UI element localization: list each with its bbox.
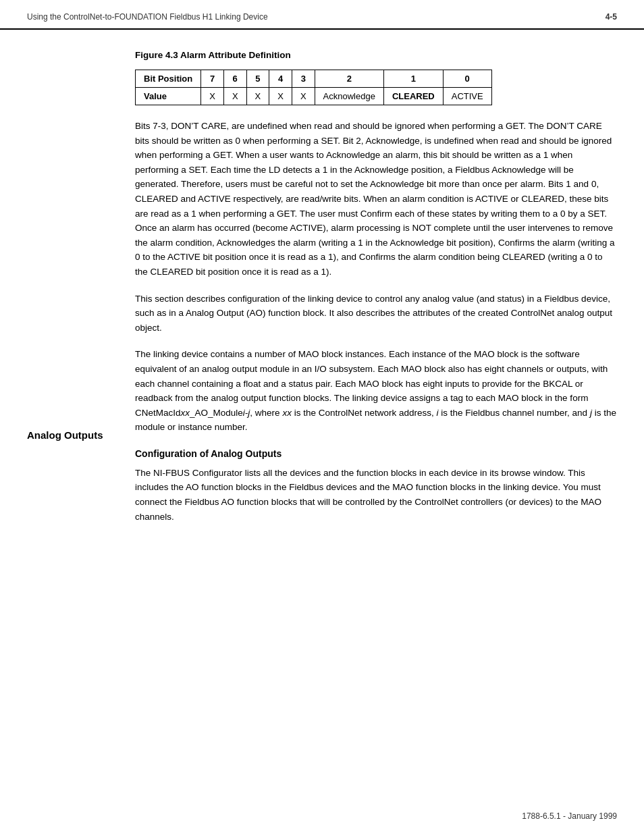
analog-outputs-label: Analog Outputs — [27, 428, 135, 442]
col-4: 4 — [269, 70, 292, 88]
config-heading: Configuration of Analog Outputs — [135, 448, 617, 459]
page-header: Using the ControlNet-to-FOUNDATION Field… — [0, 0, 644, 30]
main-body: Figure 4.3 Alarm Attribute Definition Bi… — [135, 50, 617, 536]
header-title: Using the ControlNet-to-FOUNDATION Field… — [27, 12, 268, 22]
header-page: 4-5 — [606, 12, 617, 22]
alarm-table: Bit Position 7 6 5 4 3 2 1 0 Value X — [135, 70, 492, 105]
col-0: 0 — [443, 70, 491, 88]
val-6: X — [223, 88, 246, 105]
ao-p2-italic2: i-j — [243, 408, 250, 418]
body-paragraph-1: Bits 7-3, DON’T CARE, are undefined when… — [135, 119, 617, 279]
val-2: Acknowledge — [315, 88, 383, 105]
ao-p2-cont3: is the ControlNet network address, — [292, 408, 437, 418]
col-5: 5 — [246, 70, 269, 88]
ao-paragraph-3: The NI-FBUS Configurator lists all the d… — [135, 466, 617, 524]
val-3: X — [292, 88, 315, 105]
val-7: X — [201, 88, 224, 105]
val-5: X — [246, 88, 269, 105]
val-4: X — [269, 88, 292, 105]
col-2: 2 — [315, 70, 383, 88]
ao-p2-cont1: _AO_Module — [190, 408, 243, 418]
page-footer: 1788-6.5.1 - January 1999 — [522, 811, 617, 821]
footer-text: 1788-6.5.1 - January 1999 — [522, 811, 617, 821]
content-area: Analog Outputs Figure 4.3 Alarm Attribut… — [0, 30, 644, 563]
figure-title: Figure 4.3 Alarm Attribute Definition — [135, 50, 617, 60]
col-bit-position: Bit Position — [136, 70, 201, 88]
ao-paragraph-1: This section describes configuration of … — [135, 292, 617, 335]
val-1: CLEARED — [383, 88, 443, 105]
ao-p2-italic3: xx — [282, 408, 292, 418]
sidebar: Analog Outputs — [27, 50, 135, 536]
row-value-label: Value — [136, 88, 201, 105]
val-0: ACTIVE — [443, 88, 491, 105]
ao-p2-cont4: is the Fieldbus channel number, and — [438, 408, 589, 418]
col-3: 3 — [292, 70, 315, 88]
page-container: Using the ControlNet-to-FOUNDATION Field… — [0, 0, 644, 833]
col-1: 1 — [383, 70, 443, 88]
ao-paragraph-2: The linking device contains a number of … — [135, 347, 617, 435]
ao-p2-cont2: , where — [250, 408, 282, 418]
col-6: 6 — [223, 70, 246, 88]
ao-p2-italic1: xx — [181, 408, 190, 418]
col-7: 7 — [201, 70, 224, 88]
